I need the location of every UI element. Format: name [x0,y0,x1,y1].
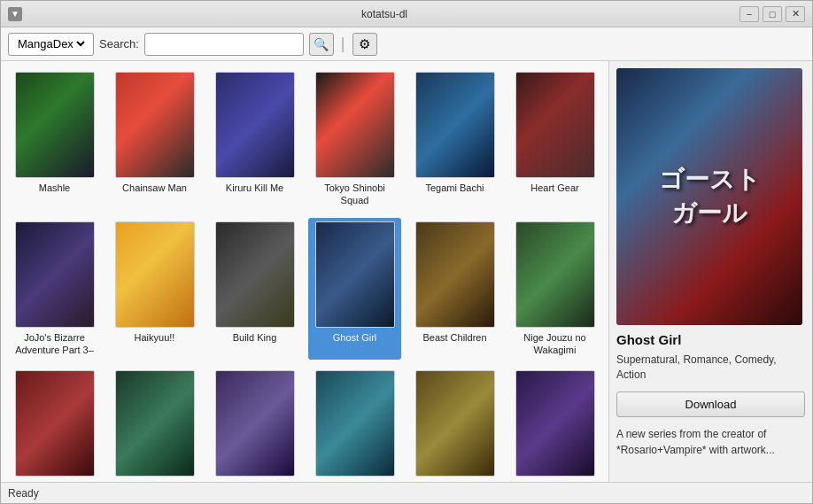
manga-title-chainsaw: Chainsaw Man [122,182,187,194]
manga-title-build: Build King [233,331,277,344]
settings-button[interactable]: ⚙ [352,33,377,56]
manga-item-tokyo[interactable]: Tokyo Shinobi Squad [308,68,401,211]
manga-cover-heartgear [515,72,595,178]
manga-cover-row3f [515,370,595,477]
search-icon: 🔍 [314,37,329,51]
manga-item-row3e[interactable] [408,367,501,482]
manga-item-row3d[interactable] [308,367,401,482]
manga-item-nige[interactable]: Nige Jouzu no Wakagimi [508,218,601,361]
manga-item-heartgear[interactable]: Heart Gear [508,68,601,211]
source-dropdown[interactable]: MangaDex [14,36,88,51]
manga-cover-row3b [115,370,195,477]
manga-cover-row3d [315,370,395,477]
manga-item-row3a[interactable] [8,367,101,482]
manga-item-jojo[interactable]: JoJo's Bizarre Adventure Part 3– [8,218,101,361]
manga-item-row3f[interactable] [508,367,601,482]
manga-item-row3c[interactable] [208,367,301,482]
manga-item-row3b[interactable] [108,367,201,482]
detail-description: A new series from the creator of *Rosari… [616,426,805,458]
manga-cover-mashle [15,72,95,178]
source-selector[interactable]: MangaDex [8,33,94,56]
manga-cover-haikyuu [115,221,195,328]
manga-title-haikyuu: Haikyuu!! [135,331,175,344]
manga-title-mashle: Mashle [39,182,70,194]
manga-cover-row3a [15,370,95,477]
manga-cover-beast [415,221,495,328]
manga-cover-nige [515,221,595,328]
manga-title-kiruru: Kiruru Kill Me [226,182,283,194]
manga-grid: MashleChainsaw ManKiruru Kill MeTokyo Sh… [8,68,601,482]
download-button[interactable]: Download [616,392,805,417]
manga-item-ghost[interactable]: Ghost Girl [308,218,401,361]
manga-title-beast: Beast Children [422,331,486,344]
manga-grid-container[interactable]: MashleChainsaw ManKiruru Kill MeTokyo Sh… [1,61,608,482]
minimize-button[interactable]: − [739,6,759,22]
search-input[interactable] [144,33,304,56]
toolbar-divider: | [339,35,347,53]
detail-genres: Supernatural, Romance, Comedy, Action [616,353,805,383]
manga-cover-build [215,221,295,328]
gear-icon: ⚙ [359,36,370,52]
manga-title-nige: Nige Jouzu no Wakagimi [512,331,598,357]
toolbar: MangaDex Search: 🔍 | ⚙ [1,27,812,61]
detail-cover-text: ゴーストガール [659,163,761,230]
manga-cover-tokyo [315,72,395,178]
app-window: ▼ kotatsu-dl − □ ✕ MangaDex Search: 🔍 | … [0,0,813,504]
maximize-button[interactable]: □ [763,6,782,22]
window-title: kotatsu-dl [29,8,739,20]
app-menu-icon[interactable]: ▼ [8,7,22,21]
manga-item-tegami[interactable]: Tegami Bachi [408,68,501,211]
side-panel: ゴーストガール Ghost Girl Supernatural, Romance… [608,61,812,482]
manga-cover-tegami [415,72,495,178]
manga-cover-ghost [315,221,395,328]
statusbar: Ready [1,482,812,503]
manga-title-heartgear: Heart Gear [530,182,578,194]
manga-title-tokyo: Tokyo Shinobi Squad [312,182,398,207]
side-scroll[interactable]: ゴーストガール Ghost Girl Supernatural, Romance… [609,61,812,482]
search-button[interactable]: 🔍 [309,33,334,56]
manga-title-jojo: JoJo's Bizarre Adventure Part 3– [12,331,97,357]
manga-cover-row3e [415,370,495,477]
manga-cover-chainsaw [115,72,195,178]
manga-cover-row3c [215,370,295,477]
manga-cover-jojo [15,221,95,328]
manga-title-ghost: Ghost Girl [333,331,377,344]
search-label: Search: [99,37,139,50]
manga-item-beast[interactable]: Beast Children [408,218,501,361]
close-button[interactable]: ✕ [786,6,805,22]
manga-title-tegami: Tegami Bachi [425,182,484,194]
manga-cover-kiruru [215,72,295,178]
manga-item-haikyuu[interactable]: Haikyuu!! [108,218,201,361]
manga-item-kiruru[interactable]: Kiruru Kill Me [208,68,301,211]
status-text: Ready [8,487,39,500]
titlebar: ▼ kotatsu-dl − □ ✕ [1,1,812,27]
main-content: MashleChainsaw ManKiruru Kill MeTokyo Sh… [1,61,812,482]
manga-item-chainsaw[interactable]: Chainsaw Man [108,68,201,211]
manga-item-mashle[interactable]: Mashle [8,68,101,211]
manga-item-build[interactable]: Build King [208,218,301,361]
detail-cover: ゴーストガール [616,68,802,325]
detail-title: Ghost Girl [616,332,805,347]
window-controls: − □ ✕ [739,6,805,22]
